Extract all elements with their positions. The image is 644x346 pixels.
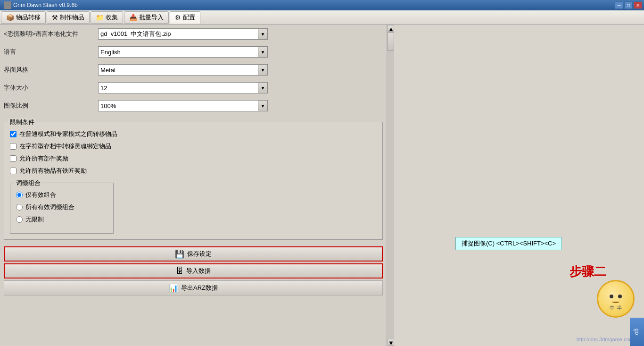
localization-select[interactable]: gd_v1001_中文语言包.zip [98, 28, 258, 40]
scale-select[interactable]: 100% [98, 100, 258, 111]
localization-arrow[interactable]: ▼ [258, 28, 268, 40]
tab-collect[interactable]: 📁 收集 [91, 11, 123, 24]
radio-all-valid-label: 所有有效词缀组合 [25, 203, 74, 211]
export-label: 导出ARZ数据 [181, 284, 218, 292]
avatar-label-zhong: 中 [610, 304, 615, 312]
style-arrow[interactable]: ▼ [258, 64, 268, 76]
form-row-language: 语言 English ▼ [0, 44, 387, 59]
checkbox-row-2[interactable]: 在字符型存档中转移灵魂绑定物品 [10, 142, 377, 151]
style-label: 界面风格 [4, 66, 98, 74]
export-icon: 📊 [169, 284, 178, 293]
scale-control[interactable]: 100% ▼ [98, 100, 268, 111]
checkbox-soul-bind[interactable] [10, 143, 17, 150]
scale-arrow[interactable]: ▼ [258, 100, 268, 111]
scroll-thumb[interactable] [388, 32, 394, 51]
save-icon: 💾 [175, 250, 184, 259]
fontsize-label: 字体大小 [4, 84, 98, 92]
scrollbar[interactable]: ▲ ▼ [387, 25, 394, 346]
checkbox-transfer[interactable] [10, 131, 17, 137]
localization-control[interactable]: gd_v1001_中文语言包.zip ▼ [98, 28, 268, 40]
checkbox-soul-bind-label: 在字符型存档中转移灵魂绑定物品 [19, 142, 111, 151]
app-icon [4, 1, 11, 9]
menu-bar: 📦 物品转移 ⚒ 制作物品 📁 收集 📥 批量导入 ⚙ 配置 [0, 10, 644, 25]
save-button[interactable]: 💾 保存设定 [4, 246, 383, 262]
localization-label: <恐慌黎明>语言本地化文件 [4, 30, 98, 38]
collect-icon: 📁 [96, 14, 104, 21]
checkbox-smith[interactable] [10, 168, 17, 174]
close-button[interactable]: ✕ [634, 1, 642, 9]
title-bar-text: Grim Dawn Stash v0.9.6b [2, 1, 78, 9]
checkbox-row-3[interactable]: 允许所有部件奖励 [10, 154, 377, 163]
avatar-labels: 中 半 [610, 304, 622, 312]
checkbox-row-1[interactable]: 在普通模式和专家模式之间转移物品 [10, 130, 377, 138]
capture-button[interactable]: 捕捉图像(C) <CTRL><SHIFT><C> [455, 237, 562, 250]
avatar-label-ban: 半 [617, 304, 622, 312]
style-select[interactable]: Metal [98, 64, 258, 76]
step-label: 步骤二 [570, 263, 606, 280]
fontsize-control[interactable]: 12 ▼ [98, 82, 268, 93]
radio-unlimited[interactable] [16, 216, 23, 223]
tab-craft[interactable]: ⚒ 制作物品 [47, 11, 90, 24]
language-label: 语言 [4, 48, 98, 56]
language-select[interactable]: English [98, 46, 258, 58]
title-bar: Grim Dawn Stash v0.9.6b ─ □ ✕ [0, 0, 644, 10]
tab-import[interactable]: 📥 批量导入 [124, 11, 169, 24]
radio-valid-only-label: 仅有效组合 [25, 191, 56, 199]
export-button[interactable]: 📊 导出ARZ数据 [4, 280, 383, 295]
tab-settings-label: 配置 [183, 13, 195, 22]
radio-row-3[interactable]: 无限制 [16, 215, 107, 224]
radio-row-1[interactable]: 仅有效组合 [16, 191, 107, 199]
style-value: Metal [100, 67, 116, 74]
craft-icon: ⚒ [52, 14, 58, 21]
radio-valid-only[interactable] [16, 192, 23, 198]
checkbox-row-4[interactable]: 允许所有物品有铁匠奖励 [10, 167, 377, 175]
import-button[interactable]: 🗄 导入数据 [4, 263, 383, 278]
app-title: Grim Dawn Stash v0.9.6b [13, 2, 78, 8]
go-button[interactable]: go [630, 318, 644, 346]
checkbox-smith-label: 允许所有物品有铁匠奖励 [19, 167, 87, 175]
fontsize-select[interactable]: 12 [98, 82, 258, 93]
right-panel: 捕捉图像(C) <CTRL><SHIFT><C> 步骤二 中 半 http://… [394, 25, 644, 346]
language-arrow[interactable]: ▼ [258, 46, 268, 58]
radio-unlimited-label: 无限制 [25, 215, 44, 224]
tab-transfer[interactable]: 📦 物品转移 [1, 11, 46, 24]
avatar-face: 中 半 [599, 282, 632, 315]
restrictions-title: 限制条件 [8, 118, 36, 127]
tab-import-label: 批量导入 [139, 13, 164, 22]
scroll-down[interactable]: ▼ [388, 339, 394, 346]
scale-label: 图像比例 [4, 101, 98, 110]
maximize-button[interactable]: □ [624, 1, 633, 9]
import-icon: 📥 [129, 14, 137, 21]
import-label: 导入数据 [186, 267, 211, 275]
localization-value: gd_v1001_中文语言包.zip [100, 30, 171, 38]
tab-transfer-label: 物品转移 [16, 13, 41, 22]
save-label: 保存设定 [187, 250, 212, 258]
fontsize-arrow[interactable]: ▼ [258, 82, 268, 93]
avatar-mouth [612, 300, 619, 303]
scroll-up[interactable]: ▲ [388, 25, 394, 32]
avatar-left-eye [610, 295, 613, 298]
minimize-button[interactable]: ─ [615, 1, 623, 9]
language-control[interactable]: English ▼ [98, 46, 268, 58]
tab-settings[interactable]: ⚙ 配置 [170, 11, 200, 24]
avatar-right-eye [618, 295, 622, 298]
radio-row-2[interactable]: 所有有效词缀组合 [16, 203, 107, 211]
language-value: English [100, 49, 121, 56]
tab-craft-label: 制作物品 [60, 13, 84, 22]
checkbox-parts[interactable] [10, 155, 17, 162]
style-control[interactable]: Metal ▼ [98, 64, 268, 76]
left-panel: <恐慌黎明>语言本地化文件 gd_v1001_中文语言包.zip ▼ 语言 En… [0, 25, 387, 346]
avatar-eyes [610, 295, 622, 298]
form-section: <恐慌黎明>语言本地化文件 gd_v1001_中文语言包.zip ▼ 语言 En… [0, 25, 387, 118]
radio-all-valid[interactable] [16, 204, 23, 211]
fontsize-value: 12 [100, 84, 107, 92]
window-controls: ─ □ ✕ [615, 1, 642, 9]
settings-icon: ⚙ [175, 14, 181, 21]
restrictions-group: 限制条件 在普通模式和专家模式之间转移物品 在字符型存档中转移灵魂绑定物品 允许… [4, 122, 383, 240]
tab-collect-label: 收集 [106, 13, 118, 22]
scale-value: 100% [100, 102, 116, 110]
form-row-scale: 图像比例 100% ▼ [0, 98, 387, 113]
transfer-icon: 📦 [6, 14, 14, 21]
affix-title: 词缀组合 [14, 179, 42, 187]
affix-group: 词缀组合 仅有效组合 所有有效词缀组合 无限制 [10, 183, 114, 234]
